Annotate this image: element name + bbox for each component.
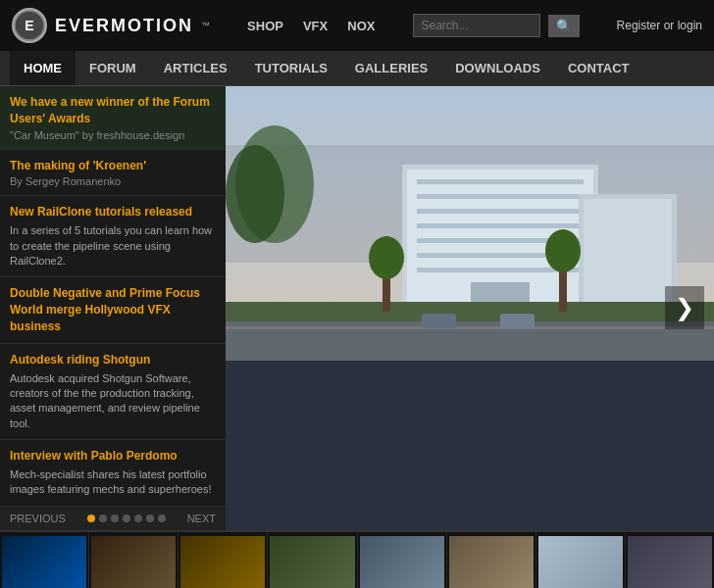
sidebar-item-2[interactable]: New RailClone tutorials released In a se… xyxy=(0,196,226,277)
sidebar-title-0: We have a new winner of the Forum Users'… xyxy=(10,94,216,127)
nav-articles[interactable]: ARTICLES xyxy=(150,51,241,85)
nox-link[interactable]: NOX xyxy=(347,19,375,33)
nav-contact[interactable]: CONTACT xyxy=(554,51,643,85)
thumb-item-1[interactable]: U6 Studio xyxy=(89,532,178,588)
pagination: PREVIOUS NEXT xyxy=(0,507,226,530)
next-button[interactable]: NEXT xyxy=(187,513,216,524)
dot-4[interactable] xyxy=(134,514,142,522)
sidebar-item-5[interactable]: Interview with Pablo Perdomo Mech-specia… xyxy=(0,440,226,507)
brand-name: EVERMOTION xyxy=(55,16,193,36)
sidebar: We have a new winner of the Forum Users'… xyxy=(0,86,226,530)
sidebar-title-2: New RailClone tutorials released xyxy=(10,204,216,220)
thumb-image-7 xyxy=(628,536,712,588)
thumb-image-6 xyxy=(538,536,623,588)
sidebar-title-3: Double Negative and Prime Focus World me… xyxy=(10,285,216,334)
svg-rect-25 xyxy=(422,314,456,328)
dot-0[interactable] xyxy=(87,514,95,522)
thumb-item-2[interactable]: mikutzu2006 xyxy=(178,532,268,588)
main-banner: ❯ xyxy=(226,86,714,530)
sidebar-subtitle-1: By Sergey Romanenko xyxy=(10,175,216,187)
svg-rect-20 xyxy=(226,302,714,321)
svg-point-24 xyxy=(545,229,581,272)
sidebar-item-0[interactable]: We have a new winner of the Forum Users'… xyxy=(0,86,226,150)
dot-2[interactable] xyxy=(111,514,119,522)
nav-forum[interactable]: FORUM xyxy=(76,51,150,85)
thumb-item-6[interactable]: Bertrandb xyxy=(536,532,626,588)
thumb-image-1 xyxy=(91,536,176,588)
thumb-item-7[interactable]: freshhouse.design xyxy=(626,532,714,588)
logo-area: E EVERMOTION ™ xyxy=(12,8,210,43)
search-input[interactable] xyxy=(413,14,540,37)
sidebar-body-5: Mech-specialist shares his latest portfo… xyxy=(10,467,216,498)
sidebar-item-1[interactable]: The making of 'Kroenen' By Sergey Romane… xyxy=(0,150,226,197)
svg-rect-10 xyxy=(417,209,584,214)
sidebar-item-3[interactable]: Double Negative and Prime Focus World me… xyxy=(0,277,226,343)
pagination-dots xyxy=(87,514,166,522)
thumb-item-5[interactable]: kim jungin xyxy=(447,532,536,588)
sidebar-title-5: Interview with Pablo Perdomo xyxy=(10,448,216,465)
sidebar-subtitle-0: "Car Museum" by freshhouse.design xyxy=(10,129,216,141)
thumb-item-0[interactable]: mvstudio xyxy=(0,532,89,588)
thumbnail-strip: mvstudio U6 Studio mikutzu2006 vladimirh… xyxy=(0,530,714,588)
dot-1[interactable] xyxy=(99,514,107,522)
top-navigation: SHOP VFX NOX xyxy=(247,19,375,33)
svg-rect-26 xyxy=(500,314,535,328)
auth-link[interactable]: Register or login xyxy=(617,19,702,32)
content-area: We have a new winner of the Forum Users'… xyxy=(0,86,714,530)
thumb-image-5 xyxy=(449,536,534,588)
main-navigation: HOME FORUM ARTICLES TUTORIALS GALLERIES … xyxy=(0,51,714,86)
svg-rect-17 xyxy=(584,199,672,317)
thumb-image-4 xyxy=(360,536,444,588)
shop-link[interactable]: SHOP xyxy=(247,19,283,33)
sidebar-body-4: Autodesk acquired Shotgun Software, crea… xyxy=(10,371,216,432)
sidebar-item-4[interactable]: Autodesk riding Shotgun Autodesk acquire… xyxy=(0,344,226,440)
prev-button[interactable]: PREVIOUS xyxy=(10,513,66,524)
svg-rect-9 xyxy=(417,194,584,199)
site-header: E EVERMOTION ™ SHOP VFX NOX 🔍 Register o… xyxy=(0,0,714,51)
nav-tutorials[interactable]: TUTORIALS xyxy=(241,51,341,85)
nav-home[interactable]: HOME xyxy=(10,51,76,85)
sidebar-title-4: Autodesk riding Shotgun xyxy=(10,352,216,368)
logo-icon: E xyxy=(12,8,47,43)
brand-tm: ™ xyxy=(201,21,210,30)
dot-5[interactable] xyxy=(146,514,154,522)
svg-rect-19 xyxy=(226,326,714,329)
banner-image xyxy=(226,86,714,361)
sidebar-body-2: In a series of 5 tutorials you can learn… xyxy=(10,223,216,269)
svg-rect-11 xyxy=(417,223,584,228)
svg-point-5 xyxy=(226,145,284,243)
thumb-item-3[interactable]: vladimirhomza xyxy=(268,532,357,588)
nav-galleries[interactable]: GALLERIES xyxy=(341,51,441,85)
vfx-link[interactable]: VFX xyxy=(303,19,328,33)
nav-downloads[interactable]: DOWNLOADS xyxy=(441,51,554,85)
dot-3[interactable] xyxy=(123,514,130,522)
svg-rect-8 xyxy=(417,179,584,184)
sidebar-title-1: The making of 'Kroenen' xyxy=(10,158,216,174)
search-area: 🔍 xyxy=(413,14,580,37)
svg-text:E: E xyxy=(25,18,33,33)
thumb-image-3 xyxy=(270,536,354,588)
search-button[interactable]: 🔍 xyxy=(548,15,580,37)
thumb-item-4[interactable]: Jure Smuk xyxy=(358,532,447,588)
thumb-image-2 xyxy=(180,536,265,588)
thumb-image-0 xyxy=(2,536,86,588)
svg-point-22 xyxy=(369,236,404,279)
banner-next-arrow[interactable]: ❯ xyxy=(665,286,704,329)
dot-6[interactable] xyxy=(158,514,166,522)
